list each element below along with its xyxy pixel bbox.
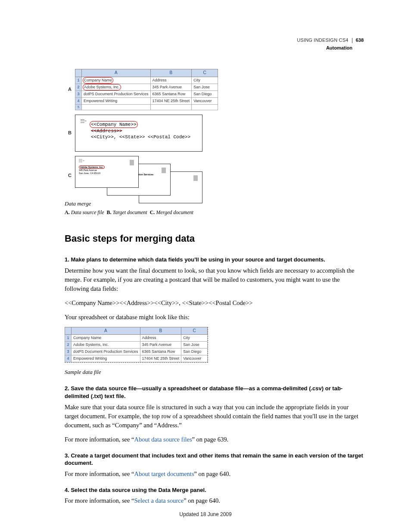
step4-body-1: For more information, see “Select a data… bbox=[65, 496, 364, 505]
step1-heading: 1. Make plans to determine which data fi… bbox=[65, 256, 364, 264]
table-row: 2Adobe Systems, Inc.345 Park AvenueSan J… bbox=[65, 342, 208, 348]
figure-label-b: B bbox=[65, 130, 75, 137]
page-footer: Updated 18 June 2009 bbox=[0, 511, 411, 518]
table-row: 2Adobe Systems, Inc.345 Park AvenueSan J… bbox=[75, 84, 218, 90]
table-row: 3dotPS Document Production Services6365 … bbox=[65, 348, 208, 355]
running-header: USING INDESIGN CS4 638 Automation bbox=[297, 37, 364, 52]
table-row: 1Company NameAddressCity bbox=[65, 335, 208, 342]
table-row: 1Company NameAddressCity bbox=[75, 77, 218, 84]
section-heading: Basic steps for merging data bbox=[65, 232, 364, 246]
section-name: Automation bbox=[297, 45, 352, 52]
step4-heading: 4. Select the data source using the Data… bbox=[65, 486, 364, 494]
link-select-a-data-source[interactable]: Select a data source bbox=[134, 497, 184, 504]
step3-heading: 3. Create a target document that include… bbox=[65, 452, 364, 467]
table-row: 4Empowered Writing17404 NE 25th StreetVa… bbox=[65, 355, 208, 362]
table-row: 3dotPS Document Production Services6365 … bbox=[75, 90, 218, 97]
page-number: 638 bbox=[356, 37, 364, 44]
step1-fields-line: <<Company Name>><<Address>><<City>>, <<S… bbox=[65, 299, 364, 308]
merged-card: ━━━━━━━Adobe Systems, Inc.345 Park Avenu… bbox=[75, 156, 139, 188]
doc-title: USING INDESIGN CS4 bbox=[297, 37, 348, 44]
step2-body-2: For more information, see “About data so… bbox=[65, 435, 364, 444]
figure-b-target-document: ━━━━━━━ <<Company Name>> <<Address>> <<C… bbox=[75, 115, 202, 152]
link-about-target-documents[interactable]: About target documents bbox=[134, 470, 194, 477]
sample-caption: Sample data file bbox=[65, 368, 364, 376]
figure-caption-key: A. Data source file B. Target document C… bbox=[65, 209, 364, 216]
link-about-data-source-files[interactable]: About data source files bbox=[134, 436, 192, 443]
document-page: USING INDESIGN CS4 638 Automation A ABC … bbox=[0, 0, 411, 532]
header-separator bbox=[352, 38, 352, 43]
figure-label-c: C bbox=[65, 172, 75, 179]
step1-body-1: Determine how you want the final documen… bbox=[65, 266, 364, 293]
step3-body-1: For more information, see “About target … bbox=[65, 470, 364, 479]
figure-label-a: A bbox=[65, 86, 75, 93]
figure-a-spreadsheet: ABC 1Company NameAddressCity2Adobe Syste… bbox=[75, 69, 218, 110]
step2-heading: 2. Save the data source file—usually a s… bbox=[65, 385, 364, 400]
step2-body-1: Make sure that your data source file is … bbox=[65, 403, 364, 430]
step1-body-2: Your spreadsheet or database might look … bbox=[65, 313, 364, 322]
placeholder-city-state-postal: <<City>>, <<State>> <<Postal Code>> bbox=[91, 134, 194, 140]
figure-c-merged-stack: ━━━━━━━Adobe Systems, Inc.345 Park Avenu… bbox=[75, 156, 202, 196]
figure-caption: Data merge bbox=[65, 200, 364, 208]
sample-spreadsheet-block: ABC 1Company NameAddressCity2Adobe Syste… bbox=[65, 327, 364, 366]
placeholder-address: <<Address>> bbox=[91, 128, 122, 134]
table-row: 4Empowered Writing17404 NE 25th StreetVa… bbox=[75, 97, 218, 104]
placeholder-company-name: <<Company Name>> bbox=[90, 121, 138, 128]
